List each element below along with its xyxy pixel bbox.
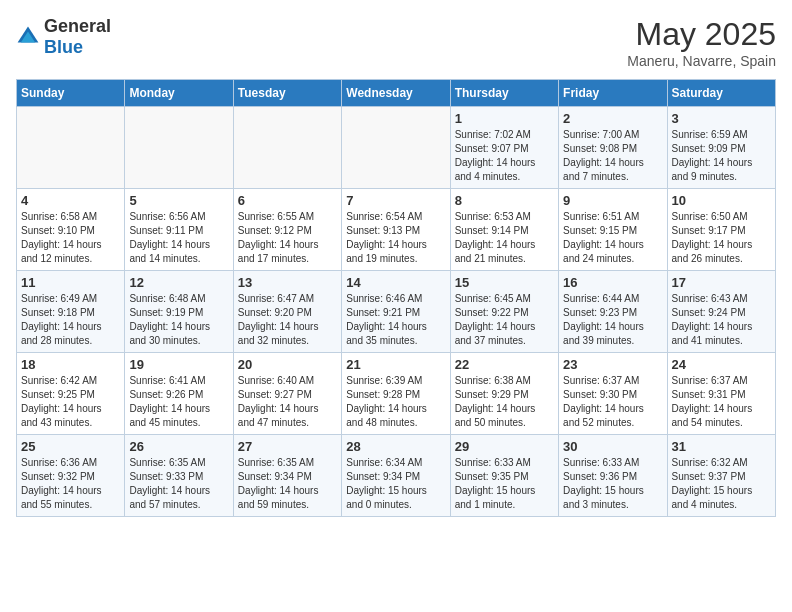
weekday-header-wednesday: Wednesday (342, 80, 450, 107)
day-number: 18 (21, 357, 120, 372)
day-number: 21 (346, 357, 445, 372)
day-cell: 11Sunrise: 6:49 AM Sunset: 9:18 PM Dayli… (17, 271, 125, 353)
day-info: Sunrise: 6:45 AM Sunset: 9:22 PM Dayligh… (455, 292, 554, 348)
day-info: Sunrise: 7:00 AM Sunset: 9:08 PM Dayligh… (563, 128, 662, 184)
day-cell: 26Sunrise: 6:35 AM Sunset: 9:33 PM Dayli… (125, 435, 233, 517)
day-cell: 24Sunrise: 6:37 AM Sunset: 9:31 PM Dayli… (667, 353, 775, 435)
day-info: Sunrise: 6:42 AM Sunset: 9:25 PM Dayligh… (21, 374, 120, 430)
day-number: 27 (238, 439, 337, 454)
day-cell: 28Sunrise: 6:34 AM Sunset: 9:34 PM Dayli… (342, 435, 450, 517)
day-number: 10 (672, 193, 771, 208)
day-number: 2 (563, 111, 662, 126)
day-cell: 29Sunrise: 6:33 AM Sunset: 9:35 PM Dayli… (450, 435, 558, 517)
day-number: 25 (21, 439, 120, 454)
week-row-2: 4Sunrise: 6:58 AM Sunset: 9:10 PM Daylig… (17, 189, 776, 271)
day-info: Sunrise: 6:34 AM Sunset: 9:34 PM Dayligh… (346, 456, 445, 512)
day-number: 12 (129, 275, 228, 290)
day-cell: 30Sunrise: 6:33 AM Sunset: 9:36 PM Dayli… (559, 435, 667, 517)
day-info: Sunrise: 6:37 AM Sunset: 9:31 PM Dayligh… (672, 374, 771, 430)
day-cell: 19Sunrise: 6:41 AM Sunset: 9:26 PM Dayli… (125, 353, 233, 435)
day-cell: 25Sunrise: 6:36 AM Sunset: 9:32 PM Dayli… (17, 435, 125, 517)
day-info: Sunrise: 6:48 AM Sunset: 9:19 PM Dayligh… (129, 292, 228, 348)
day-info: Sunrise: 6:59 AM Sunset: 9:09 PM Dayligh… (672, 128, 771, 184)
day-cell (17, 107, 125, 189)
week-row-5: 25Sunrise: 6:36 AM Sunset: 9:32 PM Dayli… (17, 435, 776, 517)
day-cell: 22Sunrise: 6:38 AM Sunset: 9:29 PM Dayli… (450, 353, 558, 435)
day-number: 26 (129, 439, 228, 454)
day-cell: 27Sunrise: 6:35 AM Sunset: 9:34 PM Dayli… (233, 435, 341, 517)
header: General Blue May 2025 Maneru, Navarre, S… (16, 16, 776, 69)
day-info: Sunrise: 6:33 AM Sunset: 9:35 PM Dayligh… (455, 456, 554, 512)
week-row-4: 18Sunrise: 6:42 AM Sunset: 9:25 PM Dayli… (17, 353, 776, 435)
day-number: 28 (346, 439, 445, 454)
day-cell: 15Sunrise: 6:45 AM Sunset: 9:22 PM Dayli… (450, 271, 558, 353)
day-number: 5 (129, 193, 228, 208)
day-number: 19 (129, 357, 228, 372)
day-cell: 16Sunrise: 6:44 AM Sunset: 9:23 PM Dayli… (559, 271, 667, 353)
weekday-header-friday: Friday (559, 80, 667, 107)
title-area: May 2025 Maneru, Navarre, Spain (627, 16, 776, 69)
day-info: Sunrise: 6:43 AM Sunset: 9:24 PM Dayligh… (672, 292, 771, 348)
day-number: 9 (563, 193, 662, 208)
day-number: 24 (672, 357, 771, 372)
day-info: Sunrise: 6:49 AM Sunset: 9:18 PM Dayligh… (21, 292, 120, 348)
logo: General Blue (16, 16, 111, 58)
day-number: 11 (21, 275, 120, 290)
day-number: 17 (672, 275, 771, 290)
day-number: 23 (563, 357, 662, 372)
day-cell: 6Sunrise: 6:55 AM Sunset: 9:12 PM Daylig… (233, 189, 341, 271)
day-cell (125, 107, 233, 189)
day-cell: 9Sunrise: 6:51 AM Sunset: 9:15 PM Daylig… (559, 189, 667, 271)
weekday-header-thursday: Thursday (450, 80, 558, 107)
day-cell: 1Sunrise: 7:02 AM Sunset: 9:07 PM Daylig… (450, 107, 558, 189)
day-number: 29 (455, 439, 554, 454)
week-row-1: 1Sunrise: 7:02 AM Sunset: 9:07 PM Daylig… (17, 107, 776, 189)
day-info: Sunrise: 6:53 AM Sunset: 9:14 PM Dayligh… (455, 210, 554, 266)
day-cell: 17Sunrise: 6:43 AM Sunset: 9:24 PM Dayli… (667, 271, 775, 353)
week-row-3: 11Sunrise: 6:49 AM Sunset: 9:18 PM Dayli… (17, 271, 776, 353)
day-number: 3 (672, 111, 771, 126)
day-number: 31 (672, 439, 771, 454)
day-info: Sunrise: 7:02 AM Sunset: 9:07 PM Dayligh… (455, 128, 554, 184)
day-info: Sunrise: 6:44 AM Sunset: 9:23 PM Dayligh… (563, 292, 662, 348)
day-info: Sunrise: 6:37 AM Sunset: 9:30 PM Dayligh… (563, 374, 662, 430)
day-info: Sunrise: 6:54 AM Sunset: 9:13 PM Dayligh… (346, 210, 445, 266)
day-cell: 20Sunrise: 6:40 AM Sunset: 9:27 PM Dayli… (233, 353, 341, 435)
day-cell: 3Sunrise: 6:59 AM Sunset: 9:09 PM Daylig… (667, 107, 775, 189)
day-info: Sunrise: 6:50 AM Sunset: 9:17 PM Dayligh… (672, 210, 771, 266)
day-cell (233, 107, 341, 189)
day-info: Sunrise: 6:32 AM Sunset: 9:37 PM Dayligh… (672, 456, 771, 512)
day-number: 8 (455, 193, 554, 208)
day-cell: 21Sunrise: 6:39 AM Sunset: 9:28 PM Dayli… (342, 353, 450, 435)
weekday-header-monday: Monday (125, 80, 233, 107)
day-info: Sunrise: 6:35 AM Sunset: 9:33 PM Dayligh… (129, 456, 228, 512)
logo-text: General Blue (44, 16, 111, 58)
day-cell: 10Sunrise: 6:50 AM Sunset: 9:17 PM Dayli… (667, 189, 775, 271)
day-cell: 8Sunrise: 6:53 AM Sunset: 9:14 PM Daylig… (450, 189, 558, 271)
day-cell: 5Sunrise: 6:56 AM Sunset: 9:11 PM Daylig… (125, 189, 233, 271)
weekday-header-saturday: Saturday (667, 80, 775, 107)
day-info: Sunrise: 6:55 AM Sunset: 9:12 PM Dayligh… (238, 210, 337, 266)
day-info: Sunrise: 6:38 AM Sunset: 9:29 PM Dayligh… (455, 374, 554, 430)
day-cell: 18Sunrise: 6:42 AM Sunset: 9:25 PM Dayli… (17, 353, 125, 435)
day-cell: 23Sunrise: 6:37 AM Sunset: 9:30 PM Dayli… (559, 353, 667, 435)
day-number: 13 (238, 275, 337, 290)
calendar-table: SundayMondayTuesdayWednesdayThursdayFrid… (16, 79, 776, 517)
day-cell: 14Sunrise: 6:46 AM Sunset: 9:21 PM Dayli… (342, 271, 450, 353)
day-info: Sunrise: 6:56 AM Sunset: 9:11 PM Dayligh… (129, 210, 228, 266)
day-info: Sunrise: 6:46 AM Sunset: 9:21 PM Dayligh… (346, 292, 445, 348)
location-title: Maneru, Navarre, Spain (627, 53, 776, 69)
day-info: Sunrise: 6:58 AM Sunset: 9:10 PM Dayligh… (21, 210, 120, 266)
day-info: Sunrise: 6:36 AM Sunset: 9:32 PM Dayligh… (21, 456, 120, 512)
day-info: Sunrise: 6:51 AM Sunset: 9:15 PM Dayligh… (563, 210, 662, 266)
day-number: 16 (563, 275, 662, 290)
day-cell: 13Sunrise: 6:47 AM Sunset: 9:20 PM Dayli… (233, 271, 341, 353)
day-number: 4 (21, 193, 120, 208)
day-number: 30 (563, 439, 662, 454)
day-number: 20 (238, 357, 337, 372)
day-cell: 12Sunrise: 6:48 AM Sunset: 9:19 PM Dayli… (125, 271, 233, 353)
day-info: Sunrise: 6:35 AM Sunset: 9:34 PM Dayligh… (238, 456, 337, 512)
day-cell: 2Sunrise: 7:00 AM Sunset: 9:08 PM Daylig… (559, 107, 667, 189)
weekday-header-row: SundayMondayTuesdayWednesdayThursdayFrid… (17, 80, 776, 107)
day-number: 1 (455, 111, 554, 126)
